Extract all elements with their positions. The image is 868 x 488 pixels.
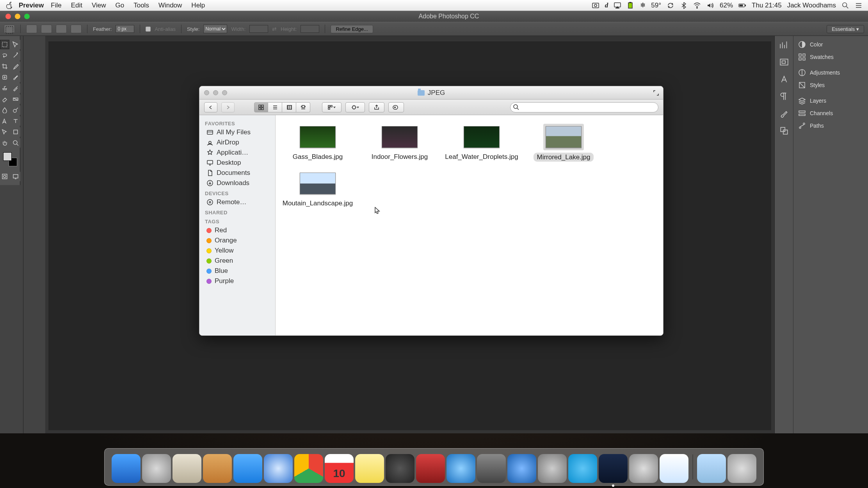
menu-extra-d-icon[interactable]: d	[605, 2, 608, 9]
close-button[interactable]	[5, 14, 11, 19]
dock-chrome[interactable]	[294, 454, 323, 483]
dock-settings[interactable]	[538, 454, 567, 483]
type-tool[interactable]	[11, 116, 20, 126]
view-icon-button[interactable]	[254, 102, 268, 112]
dock-photobooth[interactable]	[416, 454, 445, 483]
dock-facetime[interactable]	[386, 454, 414, 483]
lasso-tool[interactable]	[0, 51, 9, 60]
path-selection-tool[interactable]	[0, 127, 9, 137]
panel-icon-clone[interactable]	[779, 126, 789, 136]
file-item[interactable]: Moutain_Landscape.jpg	[279, 168, 357, 214]
panel-icon-histogram[interactable]	[779, 40, 789, 50]
sidebar-tag-blue[interactable]: Blue	[199, 266, 275, 276]
crop-tool[interactable]	[0, 62, 9, 71]
screen-mode-button[interactable]	[11, 172, 20, 181]
move-tool[interactable]	[11, 40, 20, 49]
view-coverflow-button[interactable]	[296, 102, 310, 112]
panel-styles[interactable]: Styles	[793, 79, 868, 91]
marquee-tool[interactable]	[0, 40, 9, 49]
feather-input[interactable]	[116, 25, 134, 33]
selection-intersect-button[interactable]	[71, 25, 82, 33]
dock-downloads[interactable]	[697, 454, 726, 483]
battery-status-icon[interactable]	[627, 2, 635, 9]
arrange-button[interactable]	[322, 102, 342, 112]
dock-messages[interactable]	[233, 454, 262, 483]
panel-icon-brush[interactable]	[779, 109, 789, 119]
panel-icon-paragraph[interactable]	[779, 91, 789, 102]
color-swatches[interactable]	[3, 152, 17, 166]
dock-notes[interactable]	[355, 454, 384, 483]
airplay-icon[interactable]	[614, 2, 621, 9]
file-item[interactable]: Indoor_Flowers.jpg	[361, 121, 439, 168]
dock-trash[interactable]	[727, 454, 756, 483]
apple-logo-icon[interactable]	[5, 2, 13, 9]
sidebar-tag-purple[interactable]: Purple	[199, 276, 275, 286]
eraser-tool[interactable]	[0, 94, 9, 104]
file-item[interactable]: Leaf_Water_Droplets.jpg	[443, 121, 521, 168]
menu-file[interactable]: File	[51, 2, 61, 9]
clock[interactable]: Thu 21:45	[752, 2, 782, 9]
hand-tool[interactable]	[0, 138, 9, 148]
tool-preset-button[interactable]	[4, 25, 15, 33]
workspace-switcher[interactable]: Essentials ▾	[827, 25, 864, 33]
zoom-tool[interactable]	[11, 138, 20, 148]
menu-tools[interactable]: Tools	[133, 2, 149, 9]
weather-icon[interactable]: ❄︎	[640, 1, 646, 9]
menu-edit[interactable]: Edit	[71, 2, 82, 9]
temperature[interactable]: 59°	[651, 2, 661, 9]
dock-itunes[interactable]	[446, 454, 475, 483]
dodge-tool[interactable]	[11, 105, 20, 115]
shape-tool[interactable]	[11, 127, 20, 137]
forward-button[interactable]	[221, 102, 235, 112]
magic-wand-tool[interactable]	[11, 51, 20, 60]
minimize-button[interactable]	[15, 14, 20, 19]
fullscreen-icon[interactable]	[653, 90, 659, 96]
selection-new-button[interactable]	[26, 25, 37, 33]
battery-percent[interactable]: 62%	[720, 2, 733, 9]
dock-calendar[interactable]: 10	[325, 454, 354, 483]
healing-brush-tool[interactable]	[0, 73, 9, 82]
battery-icon[interactable]	[738, 2, 746, 9]
panel-icon-character[interactable]	[779, 74, 789, 84]
finder-zoom-button[interactable]	[222, 90, 227, 95]
panel-paths[interactable]: Paths	[793, 119, 868, 132]
dock-safari[interactable]	[264, 454, 293, 483]
foreground-color-swatch[interactable]	[3, 152, 12, 161]
volume-icon[interactable]	[706, 2, 714, 9]
sidebar-tag-green[interactable]: Green	[199, 256, 275, 266]
dock-mail[interactable]	[173, 454, 201, 483]
menu-extra-icon[interactable]	[592, 2, 599, 9]
search-input[interactable]	[510, 102, 658, 112]
sidebar-item-all-my-files[interactable]: All My Files	[199, 127, 275, 137]
pen-tool[interactable]	[0, 116, 9, 126]
refine-edge-button[interactable]: Refine Edge...	[331, 25, 373, 33]
panel-adjustments[interactable]: Adjustments	[793, 66, 868, 79]
sidebar-item-applicati-[interactable]: Applicati…	[199, 148, 275, 158]
eyedropper-tool[interactable]	[11, 62, 20, 71]
sidebar-tag-yellow[interactable]: Yellow	[199, 246, 275, 256]
back-button[interactable]	[204, 102, 217, 112]
panel-layers[interactable]: Layers	[793, 94, 868, 107]
sidebar-item-documents[interactable]: Documents	[199, 168, 275, 178]
wifi-icon[interactable]	[693, 2, 701, 9]
sidebar-item-airdrop[interactable]: AirDrop	[199, 137, 275, 148]
quick-mask-button[interactable]	[0, 172, 9, 181]
bluetooth-icon[interactable]	[680, 2, 688, 9]
dock-skype[interactable]	[568, 454, 597, 483]
clone-stamp-tool[interactable]	[0, 84, 9, 93]
dock-contacts[interactable]	[203, 454, 232, 483]
finder-titlebar[interactable]: JPEG	[199, 86, 663, 100]
menu-go[interactable]: Go	[116, 2, 125, 9]
active-app-name[interactable]: Preview	[19, 2, 44, 9]
sidebar-item-desktop[interactable]: Desktop	[199, 158, 275, 168]
selection-add-button[interactable]	[41, 25, 52, 33]
panel-color[interactable]: Color	[793, 38, 868, 51]
dock-appstore[interactable]	[507, 454, 536, 483]
dock-imovie[interactable]	[629, 454, 658, 483]
gradient-tool[interactable]	[11, 94, 20, 104]
zoom-button[interactable]	[24, 14, 30, 19]
sidebar-device-item[interactable]: Remote…	[199, 197, 275, 207]
finder-file-area[interactable]: Gass_Blades.jpgIndoor_Flowers.jpgLeaf_Wa…	[276, 115, 663, 335]
notification-center-icon[interactable]	[855, 2, 863, 9]
dock-preview[interactable]	[660, 454, 688, 483]
